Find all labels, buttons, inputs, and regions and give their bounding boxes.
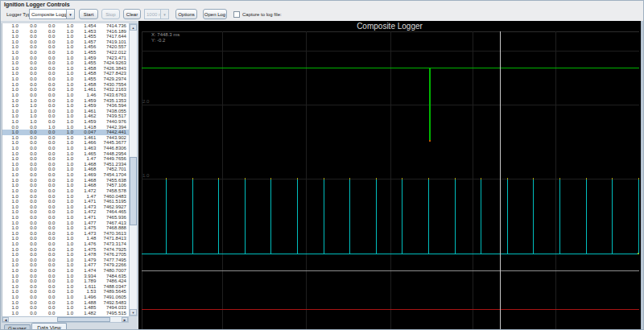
table-row[interactable]: 1.00.00.01.01.4717461.5195 [2, 199, 129, 204]
table-row[interactable]: 1.00.00.01.01.4567420.557 [2, 44, 129, 50]
table-row[interactable]: 1.00.00.01.01.477449.7656 [2, 156, 129, 162]
capture-checkbox[interactable] [233, 11, 240, 18]
table-cell: 1.459 [76, 98, 98, 104]
table-row[interactable]: 1.00.00.01.01.4797477.7495 [2, 258, 129, 263]
table-row[interactable]: 1.00.00.01.01.4777467.413 [2, 221, 129, 226]
table-cell: 1.0 [57, 34, 76, 39]
table-row[interactable]: 1.00.00.01.01.4687452.701 [2, 167, 129, 172]
table-row[interactable]: 1.00.00.01.01.4587426.3843 [2, 66, 129, 72]
tab-gauges[interactable]: Gauges [4, 324, 31, 330]
horizontal-scrollbar[interactable]: ◀ ▶ [2, 316, 129, 323]
table-row[interactable]: 1.00.00.01.01.4687457.106 [2, 183, 129, 188]
vertical-scrollbar[interactable]: ▲ ▼ [129, 23, 138, 316]
table-row[interactable]: 1.01.00.01.01.4597440.976 [2, 119, 129, 125]
table-row[interactable]: 1.00.00.01.01.4857494.033 [2, 305, 129, 311]
table-row[interactable]: 1.00.00.01.01.487471.8413 [2, 236, 129, 241]
table-row[interactable]: 1.00.00.01.01.4597423.471 [2, 56, 129, 61]
table-row[interactable]: 1.00.00.01.01.4827495.515 [2, 311, 129, 316]
table-cell: 0.0 [39, 71, 58, 76]
table-cell: 1.0 [57, 204, 76, 210]
table-row[interactable]: 1.00.00.01.01.4547414.736 [2, 23, 129, 29]
start-button[interactable]: Start [79, 9, 98, 19]
table-row[interactable]: 1.00.00.01.01.4747480.7007 [2, 268, 129, 274]
table-row[interactable]: 1.00.00.01.01.4557417.644 [2, 34, 129, 39]
table-cell: 1.0 [57, 199, 76, 204]
table-cell: 1.459 [76, 56, 98, 61]
table-row[interactable]: 1.00.00.01.01.4727458.578 [2, 188, 129, 194]
table-row[interactable]: 1.01.00.01.01.4597435.1353 [2, 98, 129, 104]
table-row[interactable]: 1.00.00.01.01.4557424.9263 [2, 60, 129, 66]
table-cell: 0.0 [21, 241, 39, 247]
table-row[interactable]: 1.00.00.01.01.537489.5645 [2, 289, 129, 295]
primary-pulse-tip [533, 178, 534, 179]
table-cell: 0.0 [21, 172, 39, 178]
table-row[interactable]: 1.00.00.01.01.4617443.902 [2, 135, 129, 141]
clear-button[interactable]: Clear [123, 9, 141, 19]
table-row[interactable]: 1.00.00.01.01.4557429.2974 [2, 76, 129, 82]
table-cell: 7495.515 [98, 311, 129, 316]
table-cell: 0.0 [21, 305, 39, 311]
table-row[interactable]: 1.00.00.01.01.4967491.0605 [2, 295, 129, 300]
table-row[interactable]: 1.01.00.01.01.4617438.055 [2, 109, 129, 114]
table-cell: 1.0 [57, 284, 76, 290]
table-row[interactable]: 1.01.00.01.01.4597436.594 [2, 103, 129, 109]
table-row[interactable]: 1.00.00.01.01.467433.6763 [2, 93, 129, 98]
horizontal-scroll-thumb[interactable] [57, 317, 110, 322]
table-row[interactable]: 1.00.00.01.01.4777479.2266 [2, 262, 129, 268]
table-cell: 1.0 [2, 221, 21, 226]
scroll-up-icon[interactable]: ▲ [130, 24, 137, 31]
table-row[interactable]: 1.00.00.01.01.4687451.2334 [2, 162, 129, 167]
table-row[interactable]: 0.00.01.01.01.4187442.394 [2, 125, 129, 130]
table-row[interactable]: 1.00.00.01.00.0477442.441 [2, 130, 129, 135]
scroll-left-icon[interactable]: ◀ [2, 317, 9, 322]
scroll-right-icon[interactable]: ▶ [122, 317, 128, 322]
scroll-down-icon[interactable]: ▼ [130, 309, 137, 316]
table-row[interactable]: 1.00.00.01.01.4577419.101 [2, 39, 129, 45]
options-button[interactable]: Options [175, 9, 197, 19]
table-row[interactable]: 1.00.00.01.01.4657448.2954 [2, 151, 129, 157]
data-table[interactable]: 1.00.00.01.01.4547414.7361.00.00.01.01.4… [2, 23, 129, 316]
table-row[interactable]: 1.00.00.01.01.7897486.424 [2, 278, 129, 284]
table-row[interactable]: 1.00.00.01.01.4717465.936 [2, 215, 129, 221]
table-row[interactable]: 1.00.00.01.01.6117488.0347 [2, 284, 129, 290]
cursor-readout: X: 7448.3 ms Y: -0.2 [151, 32, 180, 43]
table-row[interactable]: 1.00.00.01.01.4587427.8423 [2, 71, 129, 76]
table-cell: 1.0 [2, 71, 21, 76]
logger-type-select[interactable]: Composite Logger ▾ [29, 9, 75, 19]
table-cell: 1.0 [57, 262, 76, 268]
table-cell: 1.465 [76, 151, 98, 157]
table-row[interactable]: 1.01.00.01.01.4627439.517 [2, 113, 129, 119]
table-row[interactable]: 1.00.00.01.01.4757474.7925 [2, 247, 129, 253]
table-cell: 0.0 [21, 39, 39, 45]
tab-data-view[interactable]: Data View [31, 323, 67, 330]
table-cell: 1.0 [2, 119, 21, 125]
table-cell: 7468.888 [98, 225, 129, 231]
table-row[interactable]: 1.00.00.01.01.4697454.1704 [2, 172, 129, 178]
chevron-down-icon[interactable]: ▾ [66, 9, 75, 19]
vertical-scroll-thumb[interactable] [130, 157, 137, 225]
chart-right-scroll-strip[interactable] [641, 21, 644, 330]
open-log-button[interactable]: Open Log [203, 9, 227, 19]
table-cell: 7464.465 [98, 209, 129, 215]
table-row[interactable]: 1.00.00.01.01.4757468.888 [2, 225, 129, 231]
table-row[interactable]: 1.00.00.01.01.4737470.3613 [2, 231, 129, 237]
table-cell: 0.0 [39, 76, 58, 82]
table-row[interactable]: 1.00.00.01.01.4687455.638 [2, 178, 129, 184]
table-cell: 7467.413 [98, 221, 129, 226]
table-row[interactable]: 1.00.00.01.03.9347484.635 [2, 274, 129, 279]
table-row[interactable]: 1.00.00.01.01.477460.0483 [2, 194, 129, 200]
table-row[interactable]: 1.00.00.01.01.4537416.189 [2, 29, 129, 35]
table-cell: 1.453 [76, 29, 98, 35]
table-row[interactable]: 1.00.00.01.01.4737462.9927 [2, 204, 129, 210]
table-row[interactable]: 1.00.00.01.01.4587430.7554 [2, 82, 129, 88]
table-row[interactable]: 1.00.00.01.01.4787476.2705 [2, 252, 129, 258]
chart-canvas[interactable]: Composite Logger X: 7448.3 ms Y: -0.2 2.… [138, 21, 641, 330]
table-row[interactable]: 1.00.00.01.01.4617432.2163 [2, 87, 129, 93]
table-row[interactable]: 1.00.00.01.01.4767473.3174 [2, 241, 129, 247]
table-row[interactable]: 1.00.00.01.01.4637446.8306 [2, 146, 129, 151]
table-row[interactable]: 1.00.00.01.01.4727464.465 [2, 209, 129, 215]
table-row[interactable]: 1.00.00.01.01.4557422.012 [2, 50, 129, 56]
table-row[interactable]: 1.00.00.01.01.4887492.5483 [2, 300, 129, 306]
interval-select: 1000 ms ▾ [144, 9, 169, 19]
table-row[interactable]: 1.00.00.01.01.4667445.3677 [2, 140, 129, 146]
